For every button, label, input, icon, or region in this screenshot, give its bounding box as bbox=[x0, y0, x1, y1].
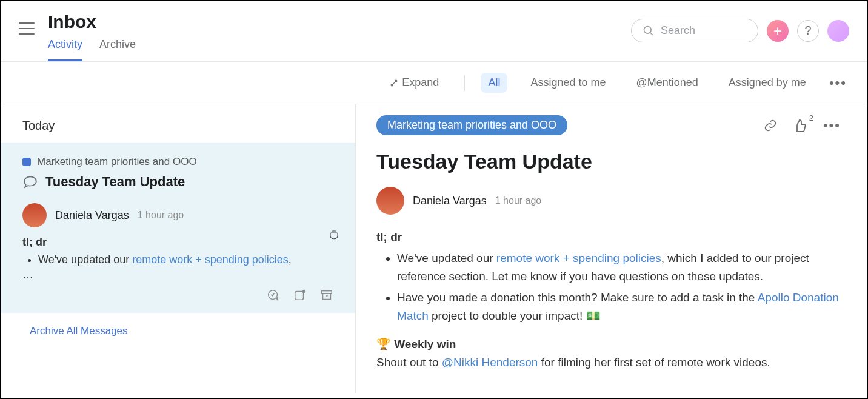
create-task-icon[interactable] bbox=[267, 289, 280, 302]
preview-link[interactable]: remote work + spending policies bbox=[132, 253, 289, 266]
filter-more-button[interactable]: ••• bbox=[829, 75, 847, 91]
message-card[interactable]: Marketing team priorities and OOO Tuesda… bbox=[1, 142, 355, 313]
mark-unread-icon[interactable] bbox=[293, 289, 307, 302]
search-icon bbox=[643, 25, 655, 37]
inbox-tabs: Activity Archive bbox=[48, 38, 631, 61]
filter-divider bbox=[464, 75, 465, 91]
detail-author: Daniela Vargas bbox=[413, 195, 487, 207]
preview-truncate: … bbox=[22, 269, 333, 281]
project-color-icon bbox=[22, 158, 31, 166]
author-name: Daniela Vargas bbox=[55, 209, 129, 222]
page-title: Inbox bbox=[48, 12, 631, 32]
bullet-suffix: , bbox=[289, 253, 292, 266]
tab-activity[interactable]: Activity bbox=[48, 38, 82, 61]
detail-bullet-2: Have you made a donation this month? Mak… bbox=[397, 289, 841, 324]
filter-assigned-to-me[interactable]: Assigned to me bbox=[523, 73, 613, 93]
bullet-text: project to double your impact! 💵 bbox=[429, 309, 601, 322]
archive-all-link[interactable]: Archive All Messages bbox=[1, 313, 355, 349]
svg-point-7 bbox=[302, 290, 306, 293]
author-avatar bbox=[22, 203, 47, 227]
copy-link-icon[interactable] bbox=[764, 119, 777, 132]
bullet-text: Have you made a donation this month? Mak… bbox=[397, 291, 758, 304]
thumbs-up-icon bbox=[793, 118, 807, 133]
help-button[interactable]: ? bbox=[797, 20, 819, 42]
search-placeholder: Search bbox=[661, 24, 695, 37]
shoutout-pre: Shout out to bbox=[376, 356, 442, 369]
detail-author-avatar bbox=[376, 187, 404, 215]
expand-button[interactable]: Expand bbox=[390, 76, 439, 89]
svg-point-0 bbox=[644, 26, 652, 33]
project-pill[interactable]: Marketing team priorities and OOO bbox=[376, 115, 567, 135]
cursor-icon bbox=[329, 229, 339, 240]
shoutout-post: for filming her first set of remote work… bbox=[538, 356, 770, 369]
svg-rect-8 bbox=[322, 291, 332, 294]
detail-bullet-1: We've updated our remote work + spending… bbox=[397, 249, 841, 285]
user-avatar[interactable] bbox=[827, 20, 849, 42]
policies-link[interactable]: remote work + spending policies bbox=[496, 252, 661, 264]
expand-label: Expand bbox=[402, 76, 439, 89]
like-button[interactable]: 2 bbox=[793, 118, 807, 133]
filter-mentioned[interactable]: @Mentioned bbox=[629, 73, 705, 93]
project-name: Marketing team priorities and OOO bbox=[37, 156, 197, 168]
archive-icon[interactable] bbox=[320, 289, 333, 302]
add-button[interactable]: + bbox=[767, 20, 789, 42]
expand-icon bbox=[390, 79, 398, 87]
svg-line-1 bbox=[650, 32, 653, 35]
shoutout-line: Shout out to @Nikki Henderson for filmin… bbox=[376, 354, 841, 371]
tab-archive[interactable]: Archive bbox=[99, 38, 136, 61]
section-today: Today bbox=[1, 104, 355, 142]
preview-bullet: We've updated our remote work + spending… bbox=[38, 253, 333, 266]
detail-tldr: tl; dr bbox=[376, 228, 841, 246]
svg-rect-6 bbox=[295, 292, 304, 300]
bullet-text: We've updated our bbox=[38, 253, 132, 266]
message-time: 1 hour ago bbox=[138, 210, 184, 221]
bullet-text: We've updated our bbox=[397, 252, 496, 264]
detail-time: 1 hour ago bbox=[495, 195, 542, 206]
menu-toggle-button[interactable] bbox=[19, 22, 35, 35]
message-title: Tuesday Team Update bbox=[45, 174, 185, 190]
search-input[interactable]: Search bbox=[631, 19, 758, 42]
weekly-win-heading: 🏆 Weekly win bbox=[376, 335, 841, 353]
tldr-label: tl; dr bbox=[22, 236, 47, 248]
filter-all[interactable]: All bbox=[481, 73, 507, 93]
comment-icon bbox=[22, 174, 38, 190]
detail-title: Tuesday Team Update bbox=[376, 150, 841, 173]
detail-more-button[interactable]: ••• bbox=[823, 118, 841, 133]
like-count: 2 bbox=[809, 113, 813, 122]
mention-nikki[interactable]: @Nikki Henderson bbox=[442, 356, 538, 369]
filter-assigned-by-me[interactable]: Assigned by me bbox=[721, 73, 813, 93]
